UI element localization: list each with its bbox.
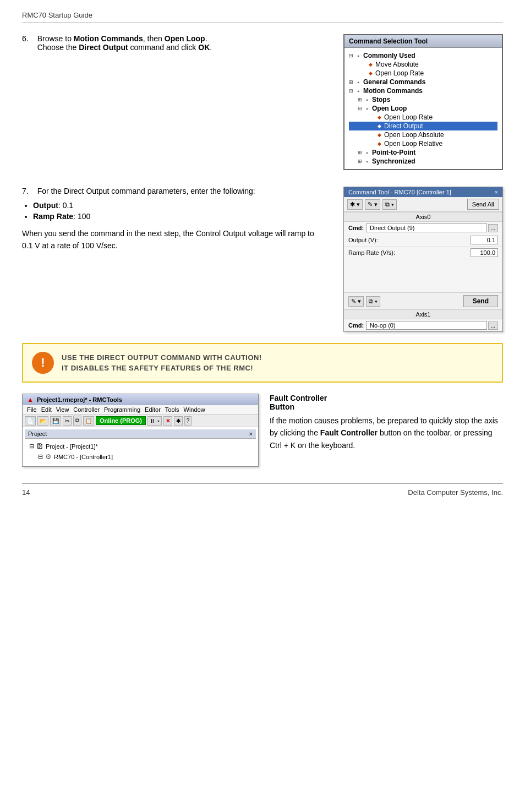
step6-number: 6. — [22, 34, 29, 52]
tree-item-motion-commands[interactable]: ⊟ ▪ Motion Commands — [349, 86, 497, 95]
send-button[interactable]: Send — [463, 295, 498, 307]
rmctools-toolbar: 📄 📂 💾 ✂ ⧉ 📋 Online (PROG) ⏸ ▾ ✕ ✱ ? — [23, 415, 258, 427]
rmctools-menubar[interactable]: File Edit View Controller Programming Ed… — [23, 405, 258, 415]
fault-controller-title: Fault Controller Button — [270, 394, 503, 411]
rmctools-title-icon: ▲ — [27, 396, 34, 404]
folder-icon-4: ▪ — [354, 87, 362, 95]
project-close[interactable]: × — [249, 430, 253, 437]
tb-pause[interactable]: ⏸ ▾ — [147, 416, 162, 426]
fault-title-1: Fault Controller — [270, 394, 327, 402]
cmd-row-axis1: Cmd: No-op (0) ... — [344, 319, 502, 331]
step7-text: 7. For the Direct Output command paramet… — [22, 187, 327, 332]
tb-help[interactable]: ? — [184, 416, 192, 426]
folder-icon-6: ▪ — [363, 105, 371, 112]
step7-line1: For the Direct Output command parameters… — [37, 187, 255, 195]
menu-programming[interactable]: Programming — [104, 406, 140, 413]
axis0-header: Axis0 — [344, 212, 502, 222]
expand-icon-3: ⊞ — [349, 79, 353, 85]
tree-label-point-to-point: Point-to-Point — [372, 149, 415, 156]
cmd-select-btn-axis0[interactable]: ... — [488, 224, 498, 232]
menu-file[interactable]: File — [27, 406, 37, 413]
tree-label-stops: Stops — [372, 96, 390, 103]
ramp-label: Ramp Rate (V/s): — [348, 249, 471, 256]
tree-item-open-loop-relative[interactable]: ◆ Open Loop Relative — [349, 139, 497, 148]
expand-icon-5: ⊞ — [358, 97, 362, 102]
company-name: Delta Computer Systems, Inc. — [408, 488, 503, 497]
fault-controller-btn[interactable]: ✕ — [163, 416, 172, 426]
project-tree: ⊟ 🖹 Project - [Project1]* ⊟ ⚙ RMC70 - [C… — [25, 439, 256, 464]
step7-output-label: Output — [33, 201, 58, 210]
cmd-value-axis0[interactable]: Direct Output (9) — [366, 224, 487, 232]
tree-label-open-loop-absolute: Open Loop Absolute — [384, 131, 444, 139]
command-selection-tool-window: Command Selection Tool ⊟ ▪ Commonly Used… — [343, 34, 503, 170]
warning-icon: ! — [32, 352, 54, 374]
step6-text: 6. Browse to Motion Commands, then Open … — [22, 34, 327, 170]
step7-number: 7. — [22, 187, 29, 195]
menu-controller[interactable]: Controller — [73, 406, 100, 413]
tb-save[interactable]: 💾 — [50, 416, 61, 426]
cmd-label-axis1: Cmd: — [348, 322, 364, 329]
tree-item-synchronized[interactable]: ⊞ ▪ Synchronized — [349, 157, 497, 166]
project-item-1: RMC70 - [Controller1] — [54, 454, 113, 460]
tree-item-move-absolute[interactable]: ◆ Move Absolute — [349, 60, 497, 69]
bottom-toolbar: ✎ ▾ ⧉ ▾ Send — [344, 292, 502, 309]
rmctools-title: Project1.rmcproj* - RMCTools — [37, 396, 122, 403]
tree-item-point-to-point[interactable]: ⊞ ▪ Point-to-Point — [349, 148, 497, 157]
diamond-icon-7: ◆ — [375, 113, 383, 121]
copy-button[interactable]: ⧉ ▾ — [382, 199, 397, 210]
edit-button[interactable]: ✎ ▾ — [365, 199, 380, 210]
tree-item-general-commands[interactable]: ⊞ ▪ General Commands — [349, 78, 497, 86]
tb-new[interactable]: 📄 — [25, 416, 36, 426]
send-all-button[interactable]: Send All — [467, 199, 499, 210]
tree-item-open-loop-absolute[interactable]: ◆ Open Loop Absolute — [349, 130, 497, 139]
cmd-select-btn-axis1[interactable]: ... — [488, 321, 498, 330]
tree-label-move-absolute: Move Absolute — [375, 61, 419, 68]
output-value[interactable]: 0.1 — [471, 236, 498, 244]
folder-icon-5: ▪ — [363, 96, 371, 103]
step7-output-value: 0.1 — [63, 201, 73, 210]
cmd-row-axis0: Cmd: Direct Output (9) ... — [344, 222, 502, 234]
tb-open[interactable]: 📂 — [37, 416, 48, 426]
menu-tools[interactable]: Tools — [165, 406, 179, 413]
tree-label-open-loop-rate-1: Open Loop Rate — [375, 69, 424, 77]
tb-asterisk[interactable]: ✱ — [174, 416, 183, 426]
step6-bold3: Direct Output — [79, 43, 128, 52]
tree-item-stops[interactable]: ⊞ ▪ Stops — [349, 95, 497, 104]
close-button[interactable]: × — [495, 189, 498, 195]
fault-text: Fault Controller Button If the motion ca… — [270, 394, 503, 467]
tree-item-open-loop-rate-2[interactable]: ◆ Open Loop Rate — [349, 113, 497, 122]
tree-item-open-loop-rate-1[interactable]: ◆ Open Loop Rate — [349, 69, 497, 78]
tree-item-commonly-used[interactable]: ⊟ ▪ Commonly Used — [349, 51, 497, 60]
project-tree-row-0[interactable]: ⊟ 🖹 Project - [Project1]* — [29, 441, 251, 451]
project-item-0: Project - [Project1]* — [46, 443, 98, 450]
menu-view[interactable]: View — [56, 406, 69, 413]
asterisk-button[interactable]: ✱ ▾ — [347, 199, 363, 210]
menu-window[interactable]: Window — [184, 406, 205, 413]
tb-paste[interactable]: 📋 — [83, 416, 94, 426]
menu-editor[interactable]: Editor — [145, 406, 161, 413]
bottom-copy-btn[interactable]: ⧉ ▾ — [366, 296, 380, 307]
tree-label-open-loop: Open Loop — [372, 105, 407, 112]
tb-cut[interactable]: ✂ — [63, 416, 72, 426]
project-tree-row-1[interactable]: ⊟ ⚙ RMC70 - [Controller1] — [29, 451, 251, 462]
tree-item-open-loop[interactable]: ⊟ ▪ Open Loop — [349, 104, 497, 113]
step7-description: When you send the command in the next st… — [22, 227, 327, 252]
step6-content: Browse to Motion Commands, then Open Loo… — [37, 34, 212, 52]
rmctools-window: ▲ Project1.rmcproj* - RMCTools File Edit… — [22, 394, 259, 467]
step7-image: Command Tool - RMC70 [Controller 1] × ✱ … — [343, 187, 503, 332]
step7-ramp-label: Ramp Rate — [33, 212, 73, 221]
ramp-value[interactable]: 100.0 — [471, 248, 498, 257]
warning-text: USE THE DIRECT OUTPUT COMMAND WITH CAUTI… — [62, 352, 262, 374]
bottom-edit-btn[interactable]: ✎ ▾ — [348, 296, 364, 307]
tree-item-direct-output[interactable]: ◆ Direct Output — [349, 122, 497, 130]
step6-section: 6. Browse to Motion Commands, then Open … — [22, 34, 503, 170]
menu-edit[interactable]: Edit — [41, 406, 52, 413]
cmd-value-axis1[interactable]: No-op (0) — [366, 321, 487, 330]
footer: 14 Delta Computer Systems, Inc. — [22, 483, 503, 497]
tb-copy[interactable]: ⧉ — [73, 416, 81, 426]
tree-label-general-commands: General Commands — [363, 78, 425, 86]
tree-label-open-loop-rate-2: Open Loop Rate — [384, 113, 433, 121]
cmd-label-axis0: Cmd: — [348, 225, 364, 231]
diamond-icon-9: ◆ — [375, 131, 383, 139]
step7-header: 7. For the Direct Output command paramet… — [22, 187, 327, 195]
